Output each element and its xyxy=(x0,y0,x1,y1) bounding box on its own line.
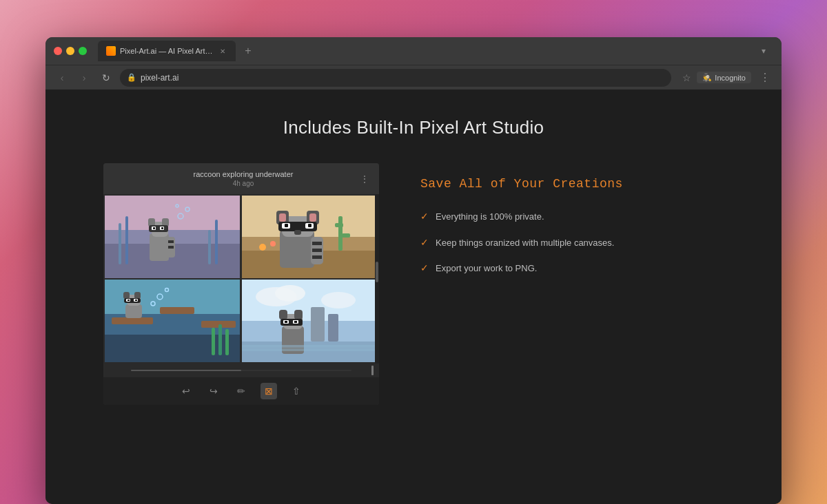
svg-rect-41 xyxy=(312,242,322,245)
svg-rect-15 xyxy=(161,227,163,229)
maximize-button[interactable] xyxy=(79,47,87,55)
svg-rect-73 xyxy=(311,307,325,342)
active-tab[interactable]: Pixel-Art.ai — AI Pixel Art Ge... ✕ xyxy=(98,41,236,61)
incognito-icon: 🕵 xyxy=(702,73,712,82)
svg-rect-77 xyxy=(279,310,287,319)
forward-button[interactable]: › xyxy=(76,70,92,86)
app-panel: raccoon exploring underwater 4h ago ⋮ xyxy=(103,163,379,405)
tab-bar: Pixel-Art.ai — AI Pixel Art Ge... ✕ + ▾ xyxy=(98,37,773,65)
svg-point-44 xyxy=(259,244,266,251)
close-button[interactable] xyxy=(54,47,62,55)
traffic-lights xyxy=(54,47,87,55)
svg-rect-37 xyxy=(285,224,288,227)
svg-rect-5 xyxy=(208,230,211,264)
svg-rect-66 xyxy=(225,329,229,355)
svg-rect-49 xyxy=(112,317,153,324)
svg-rect-84 xyxy=(242,345,377,348)
tab-close-icon[interactable]: ✕ xyxy=(218,46,227,56)
app-panel-prompt: raccoon exploring underwater xyxy=(194,170,294,178)
url-text: pixel-art.ai xyxy=(141,73,178,83)
url-actions: ☆ 🕵 Incognito ⋮ xyxy=(682,71,773,84)
svg-rect-6 xyxy=(215,220,218,264)
svg-rect-59 xyxy=(127,300,130,301)
svg-rect-85 xyxy=(242,348,377,351)
pixel-art-image-2 xyxy=(242,196,377,278)
more-options-icon[interactable]: ⋮ xyxy=(360,174,369,185)
svg-rect-54 xyxy=(123,292,130,299)
svg-rect-27 xyxy=(342,233,350,238)
features-panel: Save All of Your Creations ✓ Everything … xyxy=(420,163,724,288)
undo-icon[interactable]: ↩ xyxy=(178,383,194,399)
svg-rect-4 xyxy=(125,216,128,264)
feature-text-3: Export your work to PNG. xyxy=(436,262,537,275)
feature-item-1: ✓ Everything is 100% private. xyxy=(420,210,724,224)
refresh-button[interactable]: ↻ xyxy=(98,70,114,86)
svg-rect-18 xyxy=(168,246,174,249)
selection-icon[interactable]: ⊠ xyxy=(261,383,277,399)
check-icon-1: ✓ xyxy=(420,211,429,222)
feature-item-2: ✓ Keep things oranized with multiple can… xyxy=(420,236,724,250)
svg-point-72 xyxy=(321,292,356,308)
svg-rect-42 xyxy=(312,249,322,252)
scrollbar[interactable] xyxy=(375,194,379,364)
incognito-label: Incognito xyxy=(715,74,746,82)
check-icon-3: ✓ xyxy=(420,262,429,273)
upload-icon[interactable]: ⇧ xyxy=(288,383,305,399)
incognito-badge: 🕵 Incognito xyxy=(697,72,751,83)
bookmark-icon[interactable]: ☆ xyxy=(682,72,691,83)
images-grid xyxy=(103,194,379,364)
svg-rect-83 xyxy=(294,321,297,323)
scrollbar-thumb xyxy=(376,262,378,282)
svg-rect-25 xyxy=(338,216,343,251)
svg-rect-7 xyxy=(150,233,169,261)
svg-point-45 xyxy=(270,241,276,246)
page-title: Includes Built-In Pixel Art Studio xyxy=(283,117,544,138)
app-toolbar: ↩ ↪ ✏ ⊠ ⇧ xyxy=(103,377,379,405)
tab-favicon xyxy=(106,46,116,56)
browser-titlebar: Pixel-Art.ai — AI Pixel Art Ge... ✕ + ▾ xyxy=(45,37,782,65)
svg-rect-78 xyxy=(294,310,303,319)
lock-icon: 🔒 xyxy=(127,73,136,82)
app-panel-time: 4h ago xyxy=(233,180,254,187)
pixel-art-image-1 xyxy=(105,196,240,278)
svg-rect-43 xyxy=(312,255,322,259)
tab-title: Pixel-Art.ai — AI Pixel Art Ge... xyxy=(120,47,214,55)
svg-rect-55 xyxy=(134,292,141,299)
svg-point-71 xyxy=(275,285,305,302)
svg-rect-65 xyxy=(218,324,222,355)
app-panel-header-col: raccoon exploring underwater 4h ago xyxy=(127,170,360,187)
minimize-button[interactable] xyxy=(66,47,74,55)
svg-rect-50 xyxy=(160,307,194,314)
svg-rect-82 xyxy=(285,321,287,323)
content-row: raccoon exploring underwater 4h ago ⋮ xyxy=(103,163,724,405)
svg-rect-17 xyxy=(168,240,174,243)
svg-rect-69 xyxy=(242,342,377,362)
app-panel-header: raccoon exploring underwater 4h ago ⋮ xyxy=(103,163,379,194)
url-bar[interactable]: 🔒 pixel-art.ai xyxy=(120,69,671,87)
features-title: Save All of Your Creations xyxy=(420,177,724,191)
svg-rect-64 xyxy=(212,328,215,355)
svg-rect-3 xyxy=(119,223,121,264)
feature-text-2: Keep things oranized with multiple canva… xyxy=(436,236,614,250)
svg-rect-38 xyxy=(308,224,312,227)
svg-rect-32 xyxy=(279,213,286,222)
svg-rect-39 xyxy=(294,230,301,235)
check-icon-2: ✓ xyxy=(420,237,429,248)
pixel-art-image-3 xyxy=(105,280,240,362)
svg-rect-14 xyxy=(153,227,155,229)
tab-dropdown-button[interactable]: ▾ xyxy=(754,41,773,61)
svg-rect-60 xyxy=(135,300,137,301)
back-button[interactable]: ‹ xyxy=(54,70,70,86)
svg-rect-74 xyxy=(328,314,338,342)
svg-rect-33 xyxy=(309,213,316,222)
svg-rect-52 xyxy=(125,304,142,318)
feature-text-1: Everything is 100% private. xyxy=(436,210,544,224)
pixel-art-image-4 xyxy=(242,280,377,362)
svg-rect-26 xyxy=(335,223,343,227)
browser-menu-icon[interactable]: ⋮ xyxy=(757,71,773,84)
page-content: Includes Built-In Pixel Art Studio racco… xyxy=(45,90,782,504)
address-bar: ‹ › ↻ 🔒 pixel-art.ai ☆ 🕵 Incognito ⋮ xyxy=(45,65,782,90)
new-tab-button[interactable]: + xyxy=(238,41,258,61)
redo-icon[interactable]: ↪ xyxy=(205,383,222,399)
pencil-icon[interactable]: ✏ xyxy=(233,383,249,399)
